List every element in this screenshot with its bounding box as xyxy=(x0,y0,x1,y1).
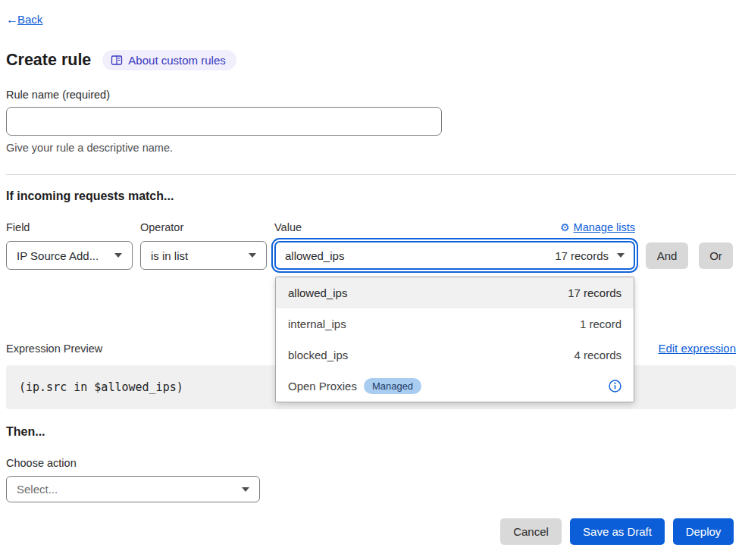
match-section-heading: If incoming requests match... xyxy=(6,189,736,203)
value-label: Value xyxy=(274,221,302,233)
chevron-down-icon xyxy=(249,253,256,258)
managed-badge: Managed xyxy=(364,378,421,394)
and-button[interactable]: And xyxy=(646,242,688,269)
chevron-down-icon xyxy=(242,487,249,492)
match-selects-row: IP Source Add... is in list allowed_ips … xyxy=(6,241,736,270)
info-icon[interactable] xyxy=(609,380,621,393)
rule-name-input[interactable] xyxy=(6,107,442,136)
action-select[interactable]: Select... xyxy=(6,476,260,502)
cancel-button[interactable]: Cancel xyxy=(500,518,562,545)
save-as-draft-button[interactable]: Save as Draft xyxy=(570,518,665,545)
value-selected-meta: 17 records xyxy=(555,249,609,262)
operator-select[interactable]: is in list xyxy=(140,241,267,270)
chevron-down-icon xyxy=(617,253,625,258)
match-labels-row: Field Operator Value ⚙ Manage lists xyxy=(6,221,736,233)
footer-actions: Cancel Save as Draft Deploy xyxy=(6,518,734,545)
back-link[interactable]: ← Back xyxy=(6,13,42,27)
dropdown-item-open-proxies[interactable]: Open Proxies Managed xyxy=(276,371,634,402)
manage-lists-link[interactable]: ⚙ Manage lists xyxy=(560,221,635,233)
title-row: Create rule About custom rules xyxy=(6,50,736,70)
value-select[interactable]: allowed_ips 17 records xyxy=(274,241,635,270)
dropdown-item-blocked-ips[interactable]: blocked_ips 4 records xyxy=(276,339,634,371)
book-icon xyxy=(111,55,123,66)
back-arrow-icon: ← xyxy=(6,13,18,27)
create-rule-page: ← Back Create rule About custom rules Ru… xyxy=(0,0,742,545)
edit-expression-link[interactable]: Edit expression xyxy=(658,342,736,355)
page-title: Create rule xyxy=(6,51,91,70)
rule-name-help: Give your rule a descriptive name. xyxy=(6,142,736,154)
dropdown-item-allowed-ips[interactable]: allowed_ips 17 records xyxy=(276,277,634,308)
chevron-down-icon xyxy=(114,253,122,258)
deploy-button[interactable]: Deploy xyxy=(673,518,734,545)
choose-action-label: Choose action xyxy=(6,457,736,469)
field-select[interactable]: IP Source Add... xyxy=(6,241,133,270)
gear-icon: ⚙ xyxy=(560,221,570,233)
about-badge-label: About custom rules xyxy=(128,54,225,67)
divider xyxy=(6,174,736,175)
or-button[interactable]: Or xyxy=(699,242,733,269)
value-dropdown-menu: allowed_ips 17 records internal_ips 1 re… xyxy=(275,277,634,402)
dropdown-item-internal-ips[interactable]: internal_ips 1 record xyxy=(276,308,634,339)
rule-name-label: Rule name (required) xyxy=(6,89,736,101)
operator-label: Operator xyxy=(140,221,267,233)
then-heading: Then... xyxy=(6,425,736,439)
expression-preview-label: Expression Preview xyxy=(6,343,102,355)
about-custom-rules-badge[interactable]: About custom rules xyxy=(102,50,236,70)
field-label: Field xyxy=(6,221,133,233)
